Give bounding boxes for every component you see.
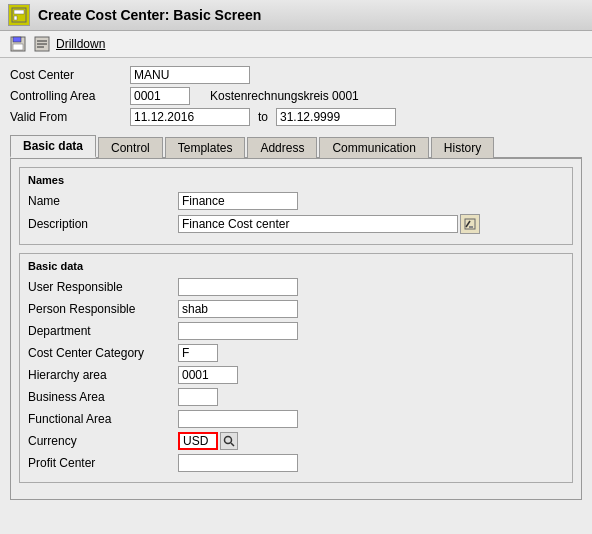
controlling-area-values: Kostenrechnungskreis 0001 <box>130 87 359 105</box>
save-icon[interactable] <box>8 34 28 54</box>
name-label: Name <box>28 194 178 208</box>
tab-content-basic-data: Names Name Description <box>10 159 582 500</box>
svg-point-13 <box>225 437 232 444</box>
valid-to-input[interactable] <box>276 108 396 126</box>
user-responsible-label: User Responsible <box>28 280 178 294</box>
cost-center-input[interactable] <box>130 66 250 84</box>
cost-center-row: Cost Center <box>10 66 582 84</box>
business-area-label: Business Area <box>28 390 178 404</box>
basic-data-section-title: Basic data <box>28 260 564 272</box>
functional-area-label: Functional Area <box>28 412 178 426</box>
valid-from-input[interactable] <box>130 108 250 126</box>
title-bar: Create Cost Center: Basic Screen <box>0 0 592 31</box>
tabs-row: Basic data Control Templates Address Com… <box>10 134 582 159</box>
tab-address[interactable]: Address <box>247 137 317 158</box>
profit-center-label: Profit Center <box>28 456 178 470</box>
drilldown-icon[interactable] <box>32 34 52 54</box>
controlling-area-description: Kostenrechnungskreis 0001 <box>210 89 359 103</box>
user-responsible-row: User Responsible <box>28 278 564 296</box>
person-responsible-input[interactable] <box>178 300 298 318</box>
profit-center-input[interactable] <box>178 454 298 472</box>
business-area-row: Business Area <box>28 388 564 406</box>
name-row: Name <box>28 192 564 210</box>
valid-date-range: to <box>130 108 396 126</box>
currency-field-group <box>178 432 238 450</box>
basic-data-section: Basic data User Responsible Person Respo… <box>19 253 573 483</box>
currency-search-button[interactable] <box>220 432 238 450</box>
svg-rect-12 <box>469 226 473 228</box>
valid-from-row: Valid From to <box>10 108 582 126</box>
tab-basic-data[interactable]: Basic data <box>10 135 96 158</box>
tab-control[interactable]: Control <box>98 137 163 158</box>
names-section: Names Name Description <box>19 167 573 245</box>
description-row: Description <box>28 214 564 234</box>
business-area-input[interactable] <box>178 388 218 406</box>
cost-center-category-row: Cost Center Category <box>28 344 564 362</box>
name-input[interactable] <box>178 192 298 210</box>
currency-input[interactable] <box>178 432 218 450</box>
cost-center-category-label: Cost Center Category <box>28 346 178 360</box>
tabs-container: Basic data Control Templates Address Com… <box>10 134 582 500</box>
tab-templates[interactable]: Templates <box>165 137 246 158</box>
hierarchy-area-row: Hierarchy area <box>28 366 564 384</box>
svg-rect-1 <box>14 10 24 14</box>
controlling-area-row: Controlling Area Kostenrechnungskreis 00… <box>10 87 582 105</box>
user-responsible-input[interactable] <box>178 278 298 296</box>
svg-rect-4 <box>13 37 21 42</box>
valid-from-label: Valid From <box>10 110 130 124</box>
currency-row: Currency <box>28 432 564 450</box>
profit-center-row: Profit Center <box>28 454 564 472</box>
description-input[interactable] <box>178 215 458 233</box>
drilldown-link[interactable]: Drilldown <box>56 37 105 51</box>
page-title: Create Cost Center: Basic Screen <box>38 7 261 23</box>
svg-rect-5 <box>13 44 23 50</box>
to-label: to <box>258 110 268 124</box>
toolbar: Drilldown <box>0 31 592 58</box>
currency-label: Currency <box>28 434 178 448</box>
functional-area-row: Functional Area <box>28 410 564 428</box>
controlling-area-label: Controlling Area <box>10 89 130 103</box>
hierarchy-area-label: Hierarchy area <box>28 368 178 382</box>
svg-line-14 <box>231 443 234 446</box>
cost-center-label: Cost Center <box>10 68 130 82</box>
svg-rect-2 <box>14 16 17 20</box>
tab-communication[interactable]: Communication <box>319 137 428 158</box>
department-input[interactable] <box>178 322 298 340</box>
hierarchy-area-input[interactable] <box>178 366 238 384</box>
person-responsible-row: Person Responsible <box>28 300 564 318</box>
app-icon <box>8 4 30 26</box>
person-responsible-label: Person Responsible <box>28 302 178 316</box>
department-label: Department <box>28 324 178 338</box>
tab-history[interactable]: History <box>431 137 494 158</box>
cost-center-category-input[interactable] <box>178 344 218 362</box>
description-label: Description <box>28 217 178 231</box>
department-row: Department <box>28 322 564 340</box>
edit-description-button[interactable] <box>460 214 480 234</box>
names-section-title: Names <box>28 174 564 186</box>
controlling-area-input[interactable] <box>130 87 190 105</box>
main-content: Cost Center Controlling Area Kostenrechn… <box>0 58 592 508</box>
functional-area-input[interactable] <box>178 410 298 428</box>
